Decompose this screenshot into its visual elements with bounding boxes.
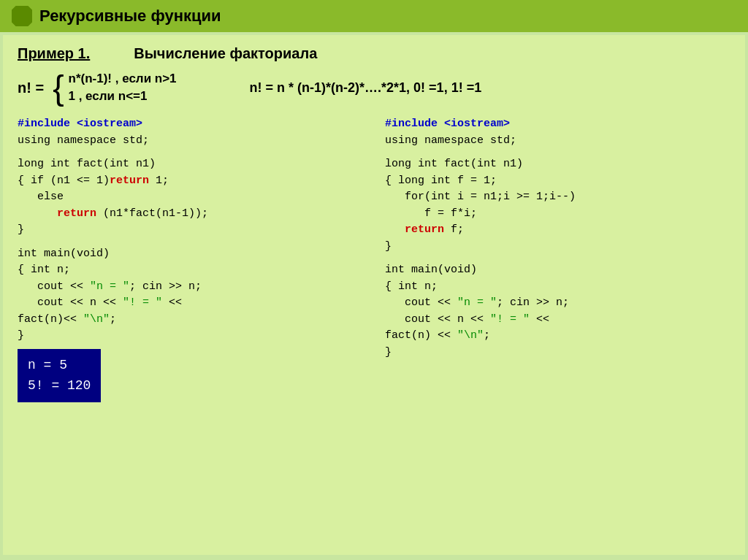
code-right: #include <iostream> using namespace std;… <box>385 116 730 402</box>
code-line-intn: { int n; <box>18 262 363 279</box>
header: Рекурсивные функции <box>0 0 748 32</box>
formula-section: n! = { n*(n-1)! , если n>1 1 , если n<=1… <box>18 71 730 104</box>
code-line-include-left: #include <iostream> <box>18 116 363 133</box>
header-icon <box>12 6 32 26</box>
code-line-cout2-left: cout << n << "! = " << <box>18 295 363 312</box>
code-line-include-right: #include <iostream> <box>385 116 730 133</box>
code-line-close2: } <box>18 328 363 345</box>
code-line-for: for(int i = n1;i >= 1;i--) <box>385 189 730 206</box>
terminal-box: n = 5 5! = 120 <box>18 349 101 403</box>
code-line-using-right: using namespace std; <box>385 133 730 150</box>
code-line-intn-right: { int n; <box>385 279 730 296</box>
brace-container: { n*(n-1)! , если n>1 1 , если n<=1 <box>53 71 176 104</box>
code-line-return-rec: return (n1*fact(n1-1)); <box>18 206 363 223</box>
main-content: Пример 1. Вычисление факториала n! = { n… <box>3 35 745 555</box>
code-line-fact-left: fact(n)<< "\n"; <box>18 312 363 329</box>
code-line-cout1-left: cout << "n = "; cin >> n; <box>18 279 363 296</box>
code-line-close-r2: } <box>385 345 730 361</box>
terminal-line2: 5! = 120 <box>28 375 91 396</box>
code-line-close1: } <box>18 222 363 239</box>
code-line-if: { if (n1 <= 1)return 1; <box>18 173 363 190</box>
code-line-cout2-right: cout << n << "! = " << <box>385 312 730 329</box>
code-line-fact-right: fact(n) << "\n"; <box>385 328 730 345</box>
formula-case-2: 1 , если n<=1 <box>69 89 177 104</box>
code-line-long-f: { long int f = 1; <box>385 173 730 190</box>
terminal-line1: n = 5 <box>28 355 91 376</box>
formula-case-1: n*(n-1)! , если n>1 <box>69 72 177 86</box>
code-line-func-left: long int fact(int n1) <box>18 156 363 173</box>
code-line-cout1-right: cout << "n = "; cin >> n; <box>385 295 730 312</box>
formula-left: n! = { n*(n-1)! , если n>1 1 , если n<=1 <box>18 71 177 104</box>
formula-n-label: n! = <box>18 80 44 96</box>
code-line-main-right: int main(void) <box>385 262 730 279</box>
example-header: Пример 1. Вычисление факториала <box>18 45 730 62</box>
code-line-main-left: int main(void) <box>18 246 363 263</box>
example-subtitle: Вычисление факториала <box>134 45 317 62</box>
formula-right: n! = n * (n-1)*(n-2)*….*2*1, 0! =1, 1! =… <box>250 80 482 96</box>
code-line-return-f: return f; <box>385 222 730 239</box>
formula-cases: n*(n-1)! , если n>1 1 , если n<=1 <box>69 72 177 104</box>
big-brace-icon: { <box>53 71 64 104</box>
code-left: #include <iostream> using namespace std;… <box>18 116 363 402</box>
code-line-func-right: long int fact(int n1) <box>385 156 730 173</box>
page-title: Рекурсивные функции <box>39 7 221 26</box>
code-line-close-r1: } <box>385 239 730 256</box>
code-line-ffi: f = f*i; <box>385 206 730 223</box>
example-title: Пример 1. <box>18 45 90 62</box>
code-line-using-left: using namespace std; <box>18 133 363 150</box>
code-line-else: else <box>18 189 363 206</box>
code-section: #include <iostream> using namespace std;… <box>18 116 730 402</box>
